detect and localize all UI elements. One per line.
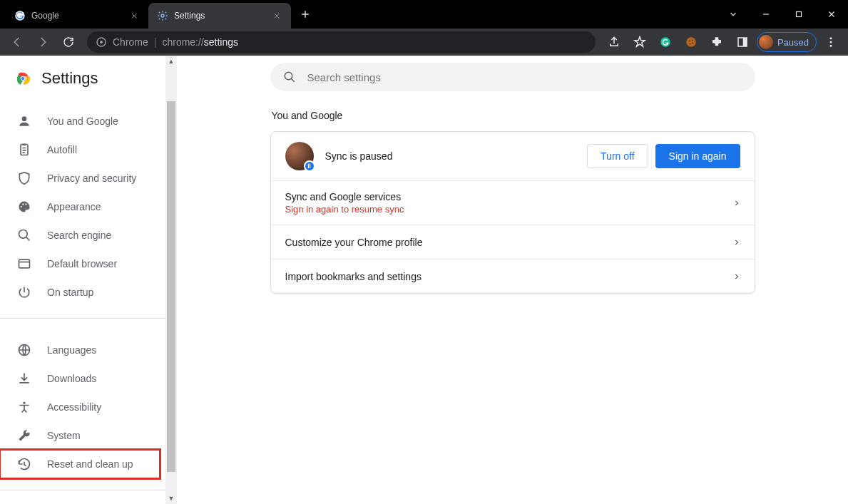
svg-point-24 (25, 204, 26, 205)
sidebar-item-label: On startup (47, 287, 93, 298)
sync-paused-badge-icon: ⏸ (304, 160, 315, 172)
scroll-up-icon[interactable]: ▲ (165, 56, 177, 67)
omnibox-url-prefix: chrome:// (162, 36, 203, 48)
wrench-icon (17, 428, 31, 443)
turn-off-button[interactable]: Turn off (587, 144, 648, 168)
svg-point-13 (830, 37, 832, 39)
settings-row-customize-your-chrome-profile[interactable]: Customize your Chrome profile (271, 225, 755, 259)
globe-icon (17, 343, 31, 357)
row-subtitle: Sign in again to resume sync (285, 204, 404, 215)
svg-point-19 (22, 116, 27, 121)
svg-point-14 (830, 41, 832, 43)
site-info-icon[interactable] (96, 36, 107, 48)
reload-button[interactable] (57, 31, 80, 53)
download-icon (17, 371, 31, 386)
sidebar-item-label: Default browser (47, 258, 117, 269)
close-window-button[interactable] (815, 0, 848, 29)
back-button[interactable] (6, 31, 29, 53)
tab-google[interactable]: Google (6, 3, 148, 29)
tab-label: Google (31, 11, 59, 21)
gear-icon (157, 10, 168, 21)
search-input[interactable] (307, 71, 742, 83)
svg-point-18 (21, 76, 25, 81)
titlebar: Google Settings (0, 0, 848, 29)
svg-point-9 (689, 43, 690, 44)
close-icon[interactable] (128, 10, 140, 21)
settings-row-import-bookmarks-and-settings[interactable]: Import bookmarks and settings (271, 259, 755, 293)
svg-point-22 (21, 206, 22, 207)
sidebar-item-accessibility[interactable]: Accessibility (0, 393, 160, 421)
omnibox-url-page: settings (204, 36, 238, 48)
sidebar-item-label: Languages (47, 344, 96, 356)
sidebar-item-label: Search engine (47, 230, 111, 241)
sidebar-item-autofill[interactable]: Autofill (0, 135, 160, 164)
sidebar-item-search-engine[interactable]: Search engine (0, 221, 160, 250)
scroll-down-icon[interactable]: ▼ (165, 493, 177, 504)
divider (0, 490, 165, 490)
bookmark-icon[interactable] (628, 31, 651, 53)
sidebar-item-appearance[interactable]: Appearance (0, 192, 160, 221)
search-icon (283, 71, 296, 83)
extension-grammarly-icon[interactable] (654, 31, 677, 53)
maximize-button[interactable] (782, 0, 815, 29)
avatar (759, 35, 773, 49)
extension-cookie-icon[interactable] (680, 31, 703, 53)
profile-button[interactable]: Paused (757, 32, 817, 52)
toolbar: Chrome | chrome://settings Paused (0, 29, 848, 56)
restore-icon (17, 457, 31, 471)
scrollbar-thumb[interactable] (167, 101, 175, 472)
sidebar-item-you-and-google[interactable]: You and Google (0, 107, 160, 135)
new-tab-button[interactable] (295, 4, 315, 24)
forward-button[interactable] (31, 31, 54, 53)
settings-row-sync-and-google-services[interactable]: Sync and Google servicesSign in again to… (271, 180, 755, 225)
chevron-right-icon (733, 200, 740, 207)
tab-strip: Google Settings (0, 0, 315, 29)
sidebar-item-label: System (47, 430, 81, 441)
svg-rect-21 (23, 144, 26, 146)
chevron-down-icon[interactable] (717, 0, 750, 29)
page-title: Settings (41, 69, 98, 88)
sidebar-item-default-browser[interactable]: Default browser (0, 250, 160, 278)
window-controls (717, 0, 848, 29)
sidebar-item-system[interactable]: System (0, 421, 160, 450)
svg-point-23 (22, 204, 24, 205)
share-icon[interactable] (603, 31, 625, 53)
chevron-right-icon (733, 273, 740, 280)
profile-avatar: ⏸ (285, 142, 314, 170)
browser-icon (17, 257, 31, 271)
omnibox[interactable]: Chrome | chrome://settings (87, 31, 596, 53)
row-title: Sync and Google services (285, 191, 404, 202)
row-title: Import bookmarks and settings (285, 271, 422, 282)
sidebar-item-privacy-and-security[interactable]: Privacy and security (0, 164, 160, 192)
sidebar-item-on-startup[interactable]: On startup (0, 278, 160, 307)
svg-point-8 (691, 40, 693, 41)
shield-icon (17, 171, 31, 185)
tab-settings[interactable]: Settings (148, 3, 291, 29)
menu-icon[interactable] (819, 31, 842, 53)
sign-in-again-button[interactable]: Sign in again (655, 144, 740, 168)
svg-point-1 (161, 14, 164, 17)
sidebar-item-label: Downloads (47, 373, 96, 384)
sidebar-item-reset-and-clean-up[interactable]: Reset and clean up (0, 450, 160, 478)
scrollbar[interactable]: ▲ ▼ (165, 56, 177, 504)
sidebar-item-label: Accessibility (47, 401, 101, 413)
extensions-icon[interactable] (705, 31, 728, 53)
close-icon[interactable] (271, 10, 282, 21)
svg-rect-12 (743, 38, 747, 46)
svg-point-6 (686, 37, 696, 47)
profile-status: Paused (777, 37, 809, 48)
tab-label: Settings (174, 11, 205, 21)
search-icon (17, 228, 31, 242)
palette-icon (17, 200, 31, 214)
sidebar-item-downloads[interactable]: Downloads (0, 364, 160, 393)
sidebar-item-languages[interactable]: Languages (0, 336, 160, 364)
svg-point-10 (692, 43, 693, 44)
sidebar-item-label: Autofill (47, 144, 77, 155)
power-icon (17, 285, 31, 299)
row-title: Customize your Chrome profile (285, 237, 423, 248)
side-panel-icon[interactable] (731, 31, 754, 53)
search-settings[interactable] (270, 63, 755, 91)
section-heading: You and Google (270, 110, 755, 121)
chrome-logo-icon (14, 70, 31, 87)
minimize-button[interactable] (750, 0, 782, 29)
